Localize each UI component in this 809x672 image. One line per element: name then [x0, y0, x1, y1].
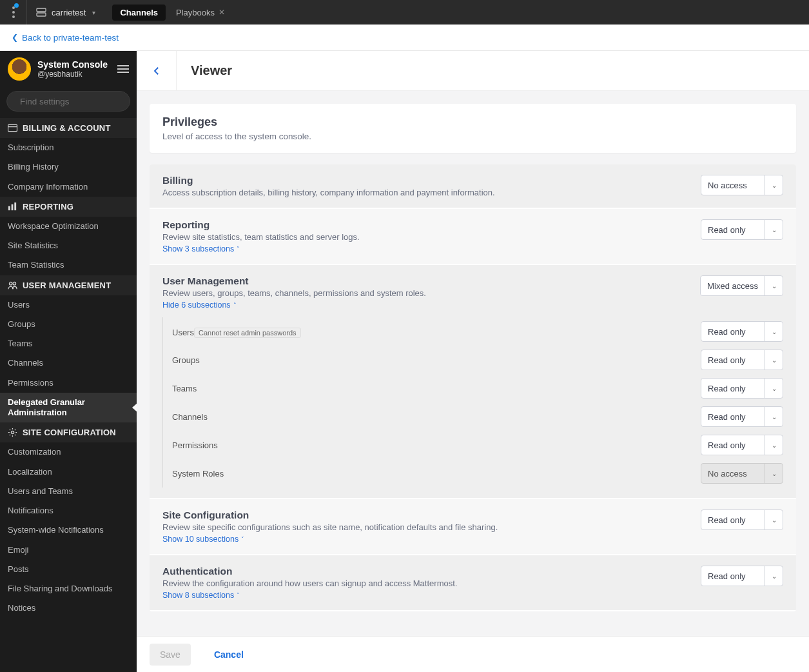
back-bar: ❮ Back to private-team-test [0, 25, 809, 51]
privileges-sub: Level of access to the system console. [162, 132, 783, 141]
access-dropdown[interactable]: Read only⌄ [701, 219, 783, 240]
privilege-section: Site ConfigurationReview site specific c… [150, 499, 796, 554]
chevron-down-icon: ▾ [92, 9, 95, 16]
subsections-toggle[interactable]: Show 3 subsections ˅ [162, 244, 240, 253]
chevron-down-icon: ⌄ [765, 276, 783, 295]
sidebar-item[interactable]: Subscription [0, 138, 137, 157]
tab-playbooks[interactable]: Playbooks ✕ [168, 5, 233, 21]
section-desc: Review site specific configurations such… [162, 522, 688, 532]
subsections-toggle[interactable]: Show 10 subsections ˅ [162, 535, 244, 544]
sidebar-item[interactable]: Billing History [0, 157, 137, 177]
access-dropdown-label: No access [701, 175, 765, 195]
access-dropdown[interactable]: No access⌄ [701, 175, 783, 195]
chevron-down-icon: ⌄ [765, 350, 783, 370]
subsection-name: Teams [172, 384, 688, 393]
notification-dot [14, 3, 19, 8]
access-dropdown[interactable]: Read only⌄ [701, 350, 783, 370]
server-selector[interactable]: carrietest ▾ [27, 8, 104, 17]
sidebar-category-label: SITE CONFIGURATION [23, 428, 116, 437]
sidebar-item[interactable]: Workspace Optimization [0, 217, 137, 236]
tab-channels[interactable]: Channels [112, 5, 166, 21]
kebab-icon [12, 6, 15, 18]
avatar[interactable] [8, 57, 31, 81]
sidebar-item[interactable]: File Sharing and Downloads [0, 579, 137, 598]
chevron-down-icon: ⌄ [765, 435, 783, 455]
sidebar-item[interactable]: Emoji [0, 540, 137, 560]
privilege-section: User ManagementReview users, groups, tea… [150, 265, 796, 498]
svg-point-9 [9, 282, 12, 285]
sidebar-category[interactable]: REPORTING [0, 197, 137, 217]
access-dropdown[interactable]: Mixed access⌄ [700, 275, 783, 296]
svg-rect-4 [8, 124, 17, 131]
page-title: Viewer [191, 63, 232, 78]
chevron-icon: ˄ [233, 302, 237, 308]
access-dropdown[interactable]: No access⌄ [701, 463, 783, 484]
chevron-icon: ˅ [237, 246, 240, 252]
section-title: Reporting [162, 219, 688, 231]
access-dropdown[interactable]: Read only⌄ [701, 435, 783, 455]
subsections-toggle[interactable]: Hide 6 subsections ˄ [162, 301, 237, 310]
sidebar-category[interactable]: BILLING & ACCOUNT [0, 118, 137, 138]
subsections-toggle[interactable]: Show 8 subsections ˅ [162, 591, 240, 600]
access-dropdown-label: Read only [701, 407, 765, 426]
find-settings-search[interactable] [6, 91, 130, 112]
back-link[interactable]: ❮ Back to private-team-test [12, 33, 119, 43]
sidebar-item[interactable]: Teams [0, 334, 137, 353]
sidebar-item[interactable]: Groups [0, 315, 137, 334]
sidebar-item[interactable]: Notifications [0, 501, 137, 520]
sidebar-item[interactable]: Permissions [0, 373, 137, 393]
section-desc: Access subscription details, billing his… [162, 188, 688, 197]
access-dropdown-label: Read only [701, 435, 765, 455]
access-dropdown-label: Read only [701, 510, 765, 529]
privilege-section: BillingAccess subscription details, bill… [150, 164, 796, 208]
subsection-name: Permissions [172, 440, 688, 450]
content-scroll[interactable]: Privileges Level of access to the system… [137, 91, 809, 672]
menu-icon[interactable] [117, 65, 129, 73]
sidebar-item[interactable]: Company Information [0, 177, 137, 197]
access-dropdown[interactable]: Read only⌄ [701, 566, 783, 586]
sidebar-subtitle: @yesbhautik [37, 70, 113, 79]
sidebar-item[interactable]: Delegated Granular Administration [0, 393, 137, 423]
search-input[interactable] [20, 97, 129, 106]
app-menu-button[interactable] [0, 0, 27, 25]
privileges-heading: Privileges [162, 115, 783, 129]
sidebar-category[interactable]: USER MANAGEMENT [0, 275, 137, 295]
access-dropdown-label: Read only [701, 566, 765, 586]
sidebar-item[interactable]: Users and Teams [0, 482, 137, 501]
section-desc: Review the configuration around how user… [162, 578, 688, 588]
back-button[interactable] [137, 51, 177, 91]
sidebar-item[interactable]: Channels [0, 353, 137, 373]
subsection-row: TeamsRead only⌄ [163, 374, 783, 402]
subsection-name: Channels [172, 412, 688, 422]
chevron-left-icon [151, 65, 162, 77]
footer-bar: Save Cancel [137, 636, 809, 672]
chevron-down-icon: ⌄ [765, 407, 783, 426]
access-dropdown[interactable]: Read only⌄ [701, 406, 783, 427]
sidebar-item[interactable]: Site Statistics [0, 236, 137, 255]
chevron-down-icon: ⌄ [765, 220, 783, 239]
restriction-badge: Cannot reset admin passwords [194, 328, 301, 338]
chevron-down-icon: ⌄ [765, 464, 783, 483]
access-dropdown[interactable]: Read only⌄ [701, 509, 783, 530]
access-dropdown[interactable]: Read only⌄ [701, 378, 783, 399]
sidebar-item[interactable]: Team Statistics [0, 255, 137, 275]
sidebar-item[interactable]: Posts [0, 560, 137, 579]
chevron-down-icon: ⌄ [765, 175, 783, 195]
sidebar-item[interactable]: Localization [0, 462, 137, 482]
svg-rect-7 [12, 204, 14, 210]
sidebar-item[interactable]: System-wide Notifications [0, 520, 137, 540]
close-icon[interactable]: ✕ [219, 8, 225, 17]
sidebar-item[interactable]: Notices [0, 598, 137, 618]
subsection-row: PermissionsRead only⌄ [163, 431, 783, 459]
cancel-button[interactable]: Cancel [204, 644, 254, 666]
sidebar-category[interactable]: SITE CONFIGURATION [0, 422, 137, 442]
save-button[interactable]: Save [150, 644, 191, 666]
privilege-section: AuthenticationReview the configuration a… [150, 555, 796, 610]
section-title: Authentication [162, 566, 688, 577]
subsection-row: UsersCannot reset admin passwordsRead on… [163, 317, 783, 346]
svg-rect-0 [37, 8, 46, 12]
chevron-down-icon: ⌄ [765, 566, 783, 586]
sidebar-item[interactable]: Users [0, 295, 137, 315]
access-dropdown[interactable]: Read only⌄ [701, 321, 783, 342]
sidebar-item[interactable]: Customization [0, 442, 137, 462]
